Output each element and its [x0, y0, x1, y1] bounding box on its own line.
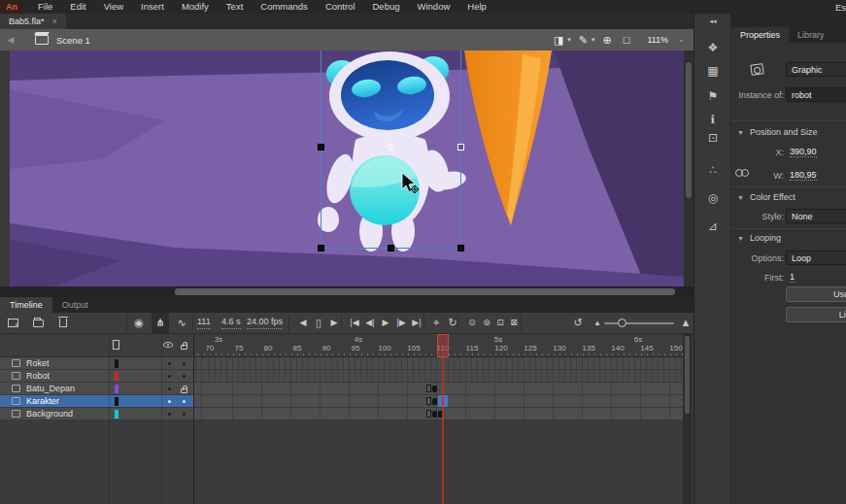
show-parenting-icon[interactable]: ⋔ — [152, 313, 169, 333]
layer-visibility-dot[interactable] — [168, 400, 171, 403]
layer-visibility-dot[interactable] — [168, 387, 171, 390]
layer-outline-color[interactable] — [115, 410, 118, 419]
style-dropdown[interactable]: None — [786, 209, 846, 223]
zoom-in-timeline-icon[interactable]: ▲ — [677, 313, 694, 333]
menu-item-text[interactable]: Text — [218, 0, 252, 14]
tab-properties[interactable]: Properties — [731, 27, 789, 43]
back-arrow-icon[interactable]: ◀ — [0, 35, 21, 45]
layer-lock-dot[interactable] — [183, 400, 186, 403]
zoom-level-value[interactable]: 111% — [637, 33, 678, 47]
current-frame-value[interactable]: 111 — [197, 317, 211, 329]
motion-editor-panel-icon[interactable]: ⊿ — [694, 219, 731, 233]
reset-zoom-icon[interactable]: ↺ — [569, 313, 587, 333]
new-layer-icon[interactable] — [8, 319, 18, 327]
selection-handle-bottom-right[interactable] — [457, 245, 464, 252]
info-panel-icon[interactable]: ℹ — [694, 113, 731, 126]
keyframe-marker[interactable] — [432, 386, 437, 392]
selection-handle-right[interactable] — [457, 144, 464, 151]
layer-lock-dot[interactable] — [183, 413, 186, 416]
stage-vertical-scrollbar[interactable] — [684, 50, 694, 286]
slider-knob[interactable] — [618, 319, 626, 327]
keyframe-marker[interactable] — [432, 398, 437, 405]
clip-content-icon[interactable]: □ — [620, 34, 634, 46]
menu-item-debug[interactable]: Debug — [364, 0, 409, 14]
collapse-panel-icon[interactable]: ◂◂ — [694, 17, 731, 25]
keyframe-marker[interactable] — [432, 411, 437, 418]
layer-row-background[interactable]: Background — [0, 408, 194, 420]
frame-rate-value[interactable]: 24.00 fps — [247, 317, 283, 329]
frames-area[interactable]: 3s4s5s6s70758085909510010511011512012513… — [194, 334, 692, 504]
eye-column-icon[interactable] — [163, 342, 173, 348]
x-value[interactable]: 390,90 — [790, 147, 817, 157]
swatches-panel-icon[interactable]: ▦ — [694, 64, 731, 78]
layer-lock-dot[interactable] — [183, 362, 186, 365]
layer-visibility-dot[interactable] — [168, 413, 171, 416]
brushes-panel-icon[interactable]: ∴ — [694, 163, 731, 177]
menu-item-edit[interactable]: Edit — [61, 0, 94, 14]
looping-section-header[interactable]: ▼Looping — [737, 233, 781, 243]
layer-lock-icon[interactable] — [181, 388, 187, 393]
center-playhead-icon[interactable]: ⌖ — [427, 313, 445, 333]
menu-item-control[interactable]: Control — [317, 0, 364, 14]
selection-handle-left[interactable] — [318, 144, 324, 151]
instance-name-field[interactable]: robot — [786, 87, 846, 102]
menu-item-window[interactable]: Window — [409, 0, 459, 14]
modify-markers-icon[interactable]: ⊠ — [505, 313, 523, 333]
lock-column-icon[interactable] — [181, 345, 187, 350]
edit-symbols-icon[interactable]: ✎ — [575, 34, 592, 47]
layer-outline-color[interactable] — [115, 397, 118, 406]
menu-item-view[interactable]: View — [95, 0, 132, 14]
workspace-button[interactable]: Es — [835, 2, 846, 13]
tab-library[interactable]: Library — [789, 27, 833, 43]
last-frame-icon[interactable]: ▶| — [408, 313, 425, 333]
clapperboard-icon-caret[interactable]: ▾ — [567, 36, 571, 44]
delete-layer-icon[interactable] — [59, 319, 67, 327]
selection-handle-bottom-center[interactable] — [388, 245, 394, 252]
transform-point[interactable] — [388, 144, 394, 151]
layer-row-robot[interactable]: Robot — [0, 370, 194, 383]
tab-timeline[interactable]: Timeline — [0, 297, 52, 313]
symbol-type-dropdown[interactable]: Graphic — [786, 62, 846, 77]
first-frame-value[interactable]: 1 — [790, 272, 795, 283]
end-frame-marker[interactable] — [426, 385, 431, 392]
tab-output[interactable]: Output — [52, 297, 98, 313]
layer-outline-color[interactable] — [115, 372, 118, 381]
loop-options-dropdown[interactable]: Loop — [786, 251, 846, 265]
color-panel-icon[interactable]: ❖ — [694, 41, 731, 54]
w-value[interactable]: 180,95 — [790, 170, 817, 181]
playhead-marker[interactable] — [437, 334, 449, 357]
cc-libraries-panel-icon[interactable]: ◎ — [694, 191, 731, 205]
scene-name[interactable]: Scene 1 — [56, 35, 90, 46]
menu-item-help[interactable]: Help — [458, 0, 495, 14]
lip-syncing-button[interactable]: Lip S — [786, 307, 846, 322]
zoom-dropdown-icon[interactable]: ⌄ — [678, 36, 684, 44]
step-forward-icon[interactable]: ▶ — [325, 313, 343, 333]
end-frame-marker[interactable] — [426, 410, 431, 418]
loop-icon[interactable]: ↻ — [444, 313, 461, 333]
transform-panel-icon[interactable]: ⊡ — [694, 131, 731, 145]
menu-item-insert[interactable]: Insert — [132, 0, 173, 14]
edit-symbols-icon-caret[interactable]: ▾ — [592, 36, 595, 44]
use-frame-picker-button[interactable]: Use Fra — [786, 286, 846, 302]
position-size-section-header[interactable]: ▼Position and Size — [737, 127, 817, 137]
color-effect-section-header[interactable]: ▼Color Effect — [737, 192, 795, 202]
menu-item-modify[interactable]: Modify — [173, 0, 218, 14]
layer-outline-color[interactable] — [115, 385, 118, 393]
end-frame-marker[interactable] — [426, 397, 431, 405]
align-panel-icon[interactable]: ⚑ — [694, 89, 731, 103]
layer-outline-color[interactable] — [115, 359, 118, 368]
stage-horizontal-scrollbar[interactable] — [0, 286, 694, 297]
camera-icon[interactable]: ◉ — [130, 313, 148, 333]
menu-item-commands[interactable]: Commands — [252, 0, 317, 14]
layer-row-batu-depan[interactable]: Batu_Depan — [0, 383, 194, 395]
document-tab[interactable]: Bab5.fla* × — [0, 14, 66, 29]
layer-row-roket[interactable]: Roket — [0, 357, 194, 370]
new-folder-icon[interactable] — [33, 319, 44, 327]
close-tab-icon[interactable]: × — [52, 17, 57, 26]
scrollbar-thumb[interactable] — [175, 288, 675, 295]
layer-visibility-dot[interactable] — [168, 375, 171, 378]
app-logo-icon[interactable]: An — [0, 0, 23, 14]
graph-view-icon[interactable]: ∿ — [173, 313, 190, 333]
layer-visibility-dot[interactable] — [168, 362, 171, 365]
timeline-vertical-scrollbar[interactable] — [683, 334, 692, 504]
